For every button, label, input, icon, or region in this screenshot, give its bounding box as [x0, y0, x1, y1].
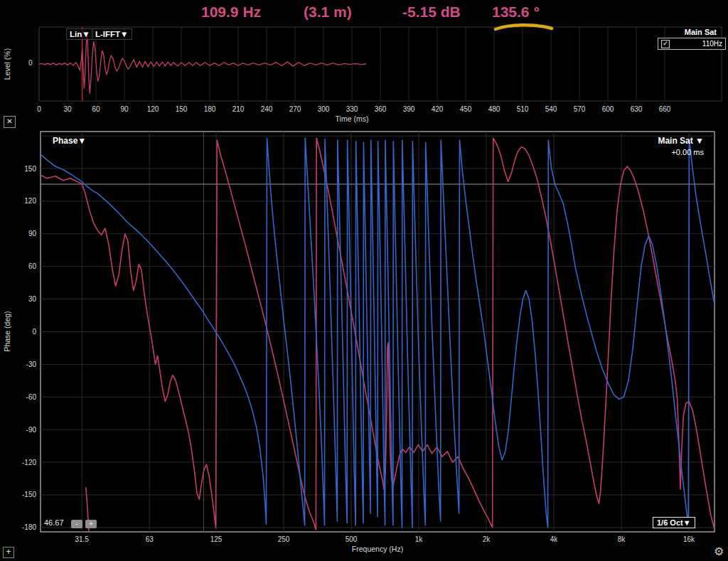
ir-x-tick: 240 — [261, 105, 273, 113]
ir-x-tick: 660 — [659, 105, 671, 113]
ir-mode-dropdown[interactable]: Lin▼ — [66, 28, 94, 40]
phase-x-tick: 16k — [683, 535, 695, 543]
cursor-frequency-readout: 109.9 Hz — [201, 4, 261, 21]
ir-x-tick: 270 — [289, 105, 301, 113]
phase-x-tick: 500 — [346, 535, 358, 543]
cursor-phase-readout: 135.6 ° — [492, 4, 540, 21]
charts-layer: 0306090120150180210240270300330360390420… — [0, 0, 728, 561]
phase-y-tick: -30 — [26, 360, 37, 368]
ir-x-tick: 630 — [631, 105, 643, 113]
ir-x-tick: 420 — [432, 105, 444, 113]
phase-y-tick: 120 — [24, 197, 36, 205]
ir-legend-box: ✓ 110Hz — [658, 38, 726, 50]
threshold-increase-button[interactable]: + — [85, 520, 97, 528]
phase-y-tick: 60 — [28, 262, 37, 270]
phase-x-tick: 31.5 — [75, 535, 89, 543]
ir-legend-title: Main Sat — [660, 28, 717, 36]
phase-x-tick: 4k — [550, 535, 559, 543]
ir-x-tick: 510 — [517, 105, 529, 113]
cursor-distance-readout: (3.1 m) — [304, 4, 352, 21]
phase-x-tick: 63 — [146, 535, 154, 543]
phase-y-tick: 90 — [28, 230, 37, 237]
settings-gear-icon[interactable]: ⚙ — [714, 546, 724, 557]
phase-x-tick: 1k — [415, 535, 424, 543]
ir-x-tick: 330 — [346, 105, 358, 113]
phase-y-tick: -120 — [22, 459, 36, 466]
coherence-threshold-value: 46.67 — [44, 518, 64, 527]
ir-transform-dropdown[interactable]: L-IFFT▼ — [92, 28, 132, 40]
ir-x-tick: 480 — [488, 105, 500, 113]
phase-y-tick: -150 — [22, 491, 36, 498]
phase-x-tick: 2k — [483, 535, 491, 543]
phase-x-tick: 125 — [210, 535, 223, 543]
ir-x-tick: 60 — [92, 105, 100, 113]
phase-y-tick: 30 — [28, 295, 37, 303]
phase-x-tick: 8k — [618, 535, 626, 543]
smoothing-dropdown[interactable]: 1/6 Oct▼ — [653, 517, 695, 528]
ir-level-axis-label: Level (%) — [3, 48, 11, 80]
ir-x-tick: 180 — [204, 105, 216, 113]
phase-mode-dropdown[interactable]: Phase▼ — [53, 136, 86, 146]
ir-x-tick: 120 — [147, 105, 159, 113]
phase-y-tick: 150 — [24, 165, 36, 173]
phase-axis-label: Phase (deg) — [3, 311, 11, 351]
ir-time-axis-label: Time (ms) — [336, 114, 369, 123]
cursor-level-readout: -5.15 dB — [402, 4, 461, 21]
ir-x-tick: 540 — [545, 105, 557, 113]
ir-x-tick: 30 — [63, 105, 72, 113]
phase-y-tick: -60 — [26, 393, 37, 401]
frequency-axis-label: Frequency (Hz) — [352, 545, 403, 553]
ir-x-tick: 0 — [37, 105, 41, 113]
ir-x-tick: 450 — [460, 105, 472, 113]
phase-source-dropdown[interactable]: Main Sat ▼ — [626, 136, 704, 146]
analyzer-window: 0306090120150180210240270300330360390420… — [0, 0, 728, 561]
phase-y-tick: 0 — [32, 328, 36, 336]
ir-x-tick: 210 — [232, 105, 245, 113]
phase-y-tick: -180 — [22, 523, 36, 531]
ir-zero-tick-label: 0 — [28, 59, 33, 67]
delay-readout: +0.00 ms — [626, 148, 704, 156]
phase-x-tick: 250 — [278, 535, 290, 543]
ir-x-tick: 390 — [403, 105, 415, 113]
ir-x-tick: 360 — [375, 105, 387, 113]
ir-x-tick: 570 — [574, 105, 586, 113]
close-panel-button[interactable]: ✕ — [4, 116, 16, 128]
phase-y-tick: -90 — [26, 426, 37, 434]
trace-visibility-checkbox[interactable]: ✓ — [661, 40, 670, 48]
add-plot-button[interactable]: + — [3, 547, 14, 558]
ir-x-tick: 150 — [176, 105, 188, 113]
ir-x-tick: 90 — [120, 105, 129, 113]
ir-x-tick: 600 — [602, 105, 614, 113]
ir-legend-item-label: 110Hz — [702, 40, 722, 48]
ir-x-tick: 300 — [318, 105, 330, 113]
threshold-decrease-button[interactable]: - — [71, 520, 82, 528]
